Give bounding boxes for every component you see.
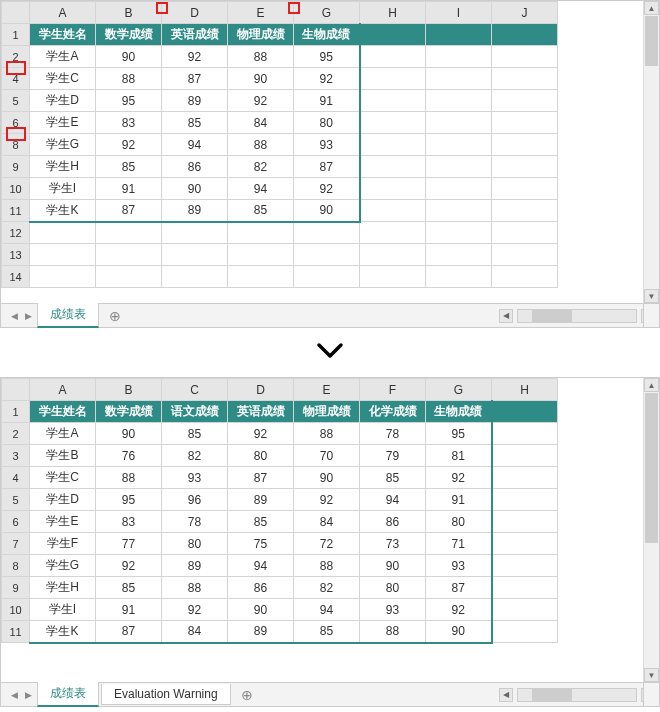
data-cell[interactable] <box>492 555 558 577</box>
data-cell[interactable]: 90 <box>426 621 492 643</box>
scroll-down-arrow[interactable]: ▼ <box>644 289 659 303</box>
scroll-down-arrow[interactable]: ▼ <box>644 668 659 682</box>
empty-cell[interactable] <box>228 222 294 244</box>
data-cell[interactable]: 92 <box>294 68 360 90</box>
data-cell[interactable]: 72 <box>294 533 360 555</box>
column-header[interactable]: A <box>30 379 96 401</box>
data-cell[interactable]: 90 <box>294 200 360 222</box>
data-cell[interactable]: 90 <box>162 178 228 200</box>
data-cell[interactable] <box>426 178 492 200</box>
data-cell[interactable]: 93 <box>426 555 492 577</box>
data-cell[interactable] <box>426 68 492 90</box>
empty-cell[interactable] <box>96 222 162 244</box>
data-cell[interactable]: 85 <box>228 511 294 533</box>
data-cell[interactable]: 88 <box>294 423 360 445</box>
data-cell[interactable]: 85 <box>96 156 162 178</box>
row-header[interactable]: 8 <box>2 134 30 156</box>
row-header[interactable]: 14 <box>2 266 30 288</box>
data-cell[interactable]: 80 <box>426 511 492 533</box>
data-cell[interactable] <box>360 156 426 178</box>
data-cell[interactable] <box>426 90 492 112</box>
empty-cell[interactable] <box>96 244 162 266</box>
data-cell[interactable]: 86 <box>228 577 294 599</box>
spreadsheet-grid-bottom[interactable]: ABCDEFGH1学生姓名数学成绩语文成绩英语成绩物理成绩化学成绩生物成绩2学生… <box>1 378 558 644</box>
empty-cell[interactable] <box>30 222 96 244</box>
data-cell[interactable]: 89 <box>162 200 228 222</box>
vertical-scrollbar[interactable]: ▲ ▼ <box>643 1 659 303</box>
data-cell[interactable]: 76 <box>96 445 162 467</box>
data-cell[interactable]: 学生G <box>30 134 96 156</box>
data-cell[interactable]: 学生I <box>30 599 96 621</box>
data-cell[interactable]: 85 <box>228 200 294 222</box>
header-cell[interactable]: 数学成绩 <box>96 24 162 46</box>
row-header[interactable]: 2 <box>2 46 30 68</box>
column-header[interactable]: D <box>228 379 294 401</box>
header-cell[interactable]: 英语成绩 <box>228 401 294 423</box>
empty-cell[interactable] <box>294 244 360 266</box>
column-header[interactable]: B <box>96 379 162 401</box>
data-cell[interactable]: 93 <box>162 467 228 489</box>
data-cell[interactable]: 学生H <box>30 156 96 178</box>
data-cell[interactable]: 学生C <box>30 467 96 489</box>
data-cell[interactable] <box>492 577 558 599</box>
data-cell[interactable] <box>360 90 426 112</box>
tab-nav-arrows[interactable]: ◀ ▶ <box>1 690 35 700</box>
row-header[interactable]: 3 <box>2 445 30 467</box>
data-cell[interactable]: 学生K <box>30 200 96 222</box>
data-cell[interactable]: 90 <box>228 68 294 90</box>
data-cell[interactable] <box>492 533 558 555</box>
data-cell[interactable]: 81 <box>426 445 492 467</box>
data-cell[interactable]: 91 <box>294 90 360 112</box>
header-cell[interactable] <box>426 24 492 46</box>
tab-next-icon[interactable]: ▶ <box>23 690 33 700</box>
empty-cell[interactable] <box>162 266 228 288</box>
column-header[interactable]: I <box>426 2 492 24</box>
row-header[interactable]: 9 <box>2 156 30 178</box>
row-header[interactable]: 11 <box>2 621 30 643</box>
scroll-thumb[interactable] <box>645 16 658 66</box>
empty-cell[interactable] <box>492 266 558 288</box>
data-cell[interactable]: 71 <box>426 533 492 555</box>
data-cell[interactable]: 学生E <box>30 112 96 134</box>
column-header[interactable]: D <box>162 2 228 24</box>
empty-cell[interactable] <box>426 244 492 266</box>
data-cell[interactable]: 91 <box>96 178 162 200</box>
data-cell[interactable] <box>492 178 558 200</box>
data-cell[interactable]: 94 <box>228 555 294 577</box>
hscroll-left-arrow[interactable]: ◀ <box>499 309 513 323</box>
data-cell[interactable] <box>360 200 426 222</box>
data-cell[interactable] <box>492 445 558 467</box>
empty-cell[interactable] <box>426 266 492 288</box>
column-header[interactable]: J <box>492 2 558 24</box>
data-cell[interactable]: 学生I <box>30 178 96 200</box>
data-cell[interactable]: 85 <box>96 577 162 599</box>
empty-cell[interactable] <box>360 266 426 288</box>
data-cell[interactable]: 89 <box>162 555 228 577</box>
spreadsheet-grid-top[interactable]: ABDEGHIJ1学生姓名数学成绩英语成绩物理成绩生物成绩2学生A9092889… <box>1 1 558 288</box>
scroll-up-arrow[interactable]: ▲ <box>644 378 659 392</box>
data-cell[interactable] <box>492 599 558 621</box>
tab-nav-arrows[interactable]: ◀ ▶ <box>1 311 35 321</box>
column-header[interactable]: F <box>360 379 426 401</box>
row-header[interactable]: 6 <box>2 112 30 134</box>
row-header[interactable]: 12 <box>2 222 30 244</box>
data-cell[interactable]: 84 <box>162 621 228 643</box>
data-cell[interactable]: 91 <box>96 599 162 621</box>
column-header[interactable]: B <box>96 2 162 24</box>
data-cell[interactable]: 学生B <box>30 445 96 467</box>
data-cell[interactable]: 学生A <box>30 46 96 68</box>
header-cell[interactable]: 化学成绩 <box>360 401 426 423</box>
data-cell[interactable]: 92 <box>162 599 228 621</box>
empty-cell[interactable] <box>30 266 96 288</box>
data-cell[interactable]: 82 <box>294 577 360 599</box>
row-header[interactable]: 4 <box>2 467 30 489</box>
row-header[interactable]: 1 <box>2 401 30 423</box>
data-cell[interactable] <box>426 200 492 222</box>
header-cell[interactable]: 语文成绩 <box>162 401 228 423</box>
data-cell[interactable]: 73 <box>360 533 426 555</box>
empty-cell[interactable] <box>294 222 360 244</box>
header-cell[interactable] <box>360 24 426 46</box>
data-cell[interactable] <box>492 489 558 511</box>
empty-cell[interactable] <box>30 244 96 266</box>
data-cell[interactable]: 93 <box>360 599 426 621</box>
